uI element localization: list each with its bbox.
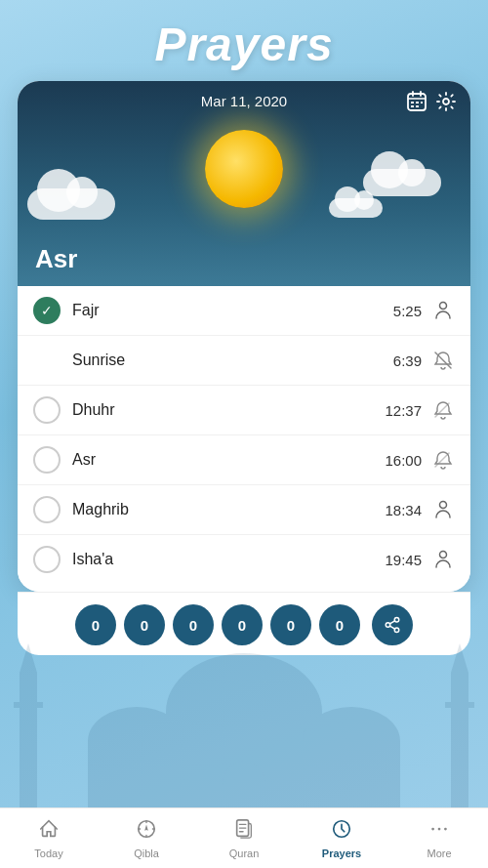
svg-marker-36 <box>144 824 148 830</box>
svg-point-24 <box>440 303 447 310</box>
svg-rect-13 <box>223 785 265 809</box>
svg-rect-7 <box>166 712 322 809</box>
nav-icon-more <box>428 818 450 845</box>
sun <box>205 130 283 208</box>
calendar-icon[interactable] <box>406 91 427 117</box>
nav-label-more: More <box>427 847 451 859</box>
prayer-check-asr[interactable] <box>33 446 61 474</box>
svg-rect-3 <box>451 673 468 809</box>
prayer-icon-fajr[interactable] <box>431 299 455 322</box>
prayer-row-ishaa: Isha'a19:45 <box>18 535 470 584</box>
date-bar: Mar 11, 2020 <box>18 81 470 109</box>
prayer-icon-dhuhr[interactable] <box>431 398 455 422</box>
nav-item-prayers[interactable]: Prayers <box>293 812 390 865</box>
nav-item-quran[interactable]: Quran <box>195 812 293 865</box>
nav-item-more[interactable]: More <box>390 812 488 865</box>
prayer-icon-ishaa[interactable] <box>431 548 455 571</box>
prayer-name-fajr: Fajr <box>72 302 393 319</box>
svg-rect-19 <box>416 102 419 103</box>
prayer-time-fajr: 5:25 <box>393 303 422 319</box>
svg-point-28 <box>440 502 447 509</box>
prayer-name-asr: Asr <box>72 451 385 469</box>
svg-rect-20 <box>421 102 423 103</box>
counter-button-3[interactable]: 0 <box>222 604 263 645</box>
svg-rect-9 <box>88 741 185 809</box>
counter-button-5[interactable]: 0 <box>319 604 360 645</box>
counter-button-4[interactable]: 0 <box>270 604 311 645</box>
svg-rect-2 <box>14 702 43 708</box>
prayer-check-maghrib[interactable] <box>33 496 61 523</box>
page-title: Prayers <box>0 0 488 71</box>
prayer-check-dhuhr[interactable] <box>33 396 61 424</box>
svg-point-6 <box>166 653 322 770</box>
svg-point-29 <box>440 552 447 558</box>
counter-button-2[interactable]: 0 <box>173 604 214 645</box>
svg-point-12 <box>223 761 265 809</box>
prayer-check-ishaa[interactable] <box>33 546 61 573</box>
svg-point-10 <box>303 707 400 775</box>
nav-icon-qibla <box>136 818 157 845</box>
svg-rect-18 <box>411 102 414 103</box>
svg-point-41 <box>444 827 447 830</box>
nav-label-qibla: Qibla <box>134 847 159 859</box>
prayer-name-sunrise: Sunrise <box>72 351 393 369</box>
svg-rect-5 <box>445 702 474 708</box>
prayer-icon-maghrib[interactable] <box>431 498 455 521</box>
counter-row: 000000 <box>18 592 470 655</box>
svg-rect-11 <box>303 741 400 809</box>
prayer-icon-asr[interactable] <box>431 448 455 472</box>
svg-point-40 <box>438 827 441 830</box>
nav-label-quran: Quran <box>229 847 260 859</box>
current-prayer-label: Asr <box>35 244 77 274</box>
date-text: Mar 11, 2020 <box>33 93 455 109</box>
svg-point-23 <box>443 99 449 104</box>
prayer-time-asr: 16:00 <box>385 452 422 469</box>
nav-icon-quran <box>233 818 255 845</box>
prayer-check-sunrise <box>33 347 61 374</box>
prayer-row-fajr: ✓Fajr5:25 <box>18 286 470 336</box>
cloud-small <box>329 198 383 218</box>
prayer-time-maghrib: 18:34 <box>385 502 422 518</box>
nav-item-today[interactable]: Today <box>0 812 98 865</box>
prayer-row-sunrise: Sunrise6:39 <box>18 336 470 386</box>
nav-icon-today <box>38 818 60 845</box>
settings-icon[interactable] <box>435 91 457 117</box>
prayer-time-ishaa: 19:45 <box>385 552 422 568</box>
cloud-left <box>27 188 115 220</box>
main-card: Mar 11, 2020 <box>18 81 470 592</box>
cloud-right <box>363 169 441 196</box>
nav-label-prayers: Prayers <box>322 847 361 859</box>
prayer-check-fajr[interactable]: ✓ <box>33 297 61 324</box>
prayer-icon-sunrise[interactable] <box>431 349 455 372</box>
nav-label-today: Today <box>34 847 62 859</box>
prayer-name-ishaa: Isha'a <box>72 551 385 568</box>
prayer-row-asr: Asr16:00 <box>18 435 470 485</box>
header-icons <box>406 91 457 117</box>
share-button[interactable] <box>372 604 413 645</box>
sky-header: Mar 11, 2020 <box>18 81 470 286</box>
bottom-nav: Today Qibla Quran Prayers More <box>0 807 488 868</box>
nav-item-qibla[interactable]: Qibla <box>98 812 195 865</box>
svg-rect-0 <box>20 673 37 809</box>
prayer-list: ✓Fajr5:25 Sunrise6:39 Dhuhr12:37 Asr16:0… <box>18 286 470 592</box>
svg-rect-21 <box>411 105 414 107</box>
counter-button-1[interactable]: 0 <box>124 604 165 645</box>
svg-line-34 <box>389 621 394 624</box>
svg-rect-22 <box>416 105 419 107</box>
svg-point-39 <box>431 827 434 830</box>
prayer-row-maghrib: Maghrib18:34 <box>18 485 470 535</box>
prayer-name-dhuhr: Dhuhr <box>72 401 385 419</box>
nav-icon-prayers <box>331 818 352 845</box>
counter-button-0[interactable]: 0 <box>75 604 116 645</box>
prayer-time-dhuhr: 12:37 <box>385 402 422 419</box>
svg-line-33 <box>389 626 394 629</box>
prayer-name-maghrib: Maghrib <box>72 501 385 518</box>
prayer-time-sunrise: 6:39 <box>393 352 422 369</box>
prayer-row-dhuhr: Dhuhr12:37 <box>18 386 470 435</box>
svg-point-8 <box>88 707 185 775</box>
